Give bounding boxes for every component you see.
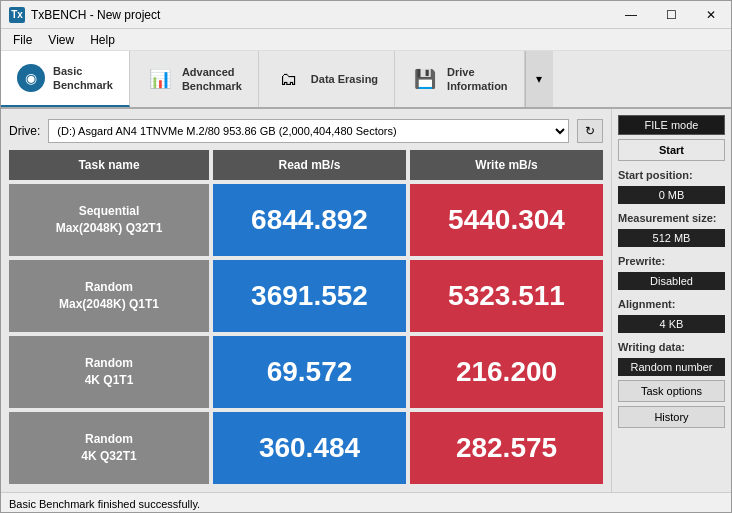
writing-data-value: Random number <box>618 358 725 376</box>
menu-view[interactable]: View <box>40 31 82 49</box>
drive-information-label: DriveInformation <box>447 65 508 94</box>
window-controls: — ☐ ✕ <box>611 1 731 29</box>
row3-name: Random4K Q32T1 <box>9 412 209 484</box>
start-position-value: 0 MB <box>618 186 725 204</box>
title-bar: Tx TxBENCH - New project — ☐ ✕ <box>1 1 731 29</box>
header-task-name: Task name <box>9 150 209 180</box>
table-row: RandomMax(2048K) Q1T1 3691.552 5323.511 <box>9 260 603 332</box>
menu-file[interactable]: File <box>5 31 40 49</box>
row2-write: 216.200 <box>410 336 603 408</box>
app-icon: Tx <box>9 7 25 23</box>
main-panel: Drive: (D:) Asgard AN4 1TNVMe M.2/80 953… <box>1 109 611 492</box>
content-area: Drive: (D:) Asgard AN4 1TNVMe M.2/80 953… <box>1 109 731 492</box>
row1-write: 5323.511 <box>410 260 603 332</box>
benchmark-table: Task name Read mB/s Write mB/s Sequentia… <box>9 150 603 484</box>
row3-read: 360.484 <box>213 412 406 484</box>
menu-help[interactable]: Help <box>82 31 123 49</box>
status-bar: Basic Benchmark finished successfully. <box>1 492 731 513</box>
toolbar-dropdown[interactable]: ▾ <box>525 51 553 107</box>
right-panel: FILE mode Start Start position: 0 MB Mea… <box>611 109 731 492</box>
row3-write: 282.575 <box>410 412 603 484</box>
row1-read: 3691.552 <box>213 260 406 332</box>
advanced-benchmark-label: AdvancedBenchmark <box>182 65 242 94</box>
file-mode-button[interactable]: FILE mode <box>618 115 725 135</box>
start-button[interactable]: Start <box>618 139 725 161</box>
prewrite-value: Disabled <box>618 272 725 290</box>
history-button[interactable]: History <box>618 406 725 428</box>
toolbar-basic-benchmark[interactable]: ◉ BasicBenchmark <box>1 51 130 107</box>
row0-name: SequentialMax(2048K) Q32T1 <box>9 184 209 256</box>
data-erasing-label: Data Erasing <box>311 72 378 86</box>
table-header: Task name Read mB/s Write mB/s <box>9 150 603 180</box>
row2-name: Random4K Q1T1 <box>9 336 209 408</box>
data-erasing-icon: 🗂 <box>275 65 303 93</box>
basic-benchmark-icon: ◉ <box>17 64 45 92</box>
alignment-label: Alignment: <box>618 298 725 310</box>
writing-data-label: Writing data: <box>618 341 725 353</box>
basic-benchmark-label: BasicBenchmark <box>53 64 113 93</box>
table-row: SequentialMax(2048K) Q32T1 6844.892 5440… <box>9 184 603 256</box>
measurement-size-value: 512 MB <box>618 229 725 247</box>
row0-write: 5440.304 <box>410 184 603 256</box>
status-text: Basic Benchmark finished successfully. <box>9 498 200 510</box>
drive-row: Drive: (D:) Asgard AN4 1TNVMe M.2/80 953… <box>9 117 603 144</box>
toolbar-advanced-benchmark[interactable]: 📊 AdvancedBenchmark <box>130 51 259 107</box>
table-row: Random4K Q1T1 69.572 216.200 <box>9 336 603 408</box>
row0-read: 6844.892 <box>213 184 406 256</box>
toolbar-data-erasing[interactable]: 🗂 Data Erasing <box>259 51 395 107</box>
drive-information-icon: 💾 <box>411 65 439 93</box>
toolbar-drive-information[interactable]: 💾 DriveInformation <box>395 51 525 107</box>
measurement-size-label: Measurement size: <box>618 212 725 224</box>
header-write: Write mB/s <box>410 150 603 180</box>
row2-read: 69.572 <box>213 336 406 408</box>
minimize-button[interactable]: — <box>611 1 651 29</box>
prewrite-label: Prewrite: <box>618 255 725 267</box>
drive-refresh-button[interactable]: ↻ <box>577 119 603 143</box>
advanced-benchmark-icon: 📊 <box>146 65 174 93</box>
drive-select[interactable]: (D:) Asgard AN4 1TNVMe M.2/80 953.86 GB … <box>48 119 569 143</box>
start-position-label: Start position: <box>618 169 725 181</box>
header-read: Read mB/s <box>213 150 406 180</box>
row1-name: RandomMax(2048K) Q1T1 <box>9 260 209 332</box>
toolbar: ◉ BasicBenchmark 📊 AdvancedBenchmark 🗂 D… <box>1 51 731 109</box>
task-options-button[interactable]: Task options <box>618 380 725 402</box>
title-text: TxBENCH - New project <box>31 8 160 22</box>
alignment-value: 4 KB <box>618 315 725 333</box>
menu-bar: File View Help <box>1 29 731 51</box>
maximize-button[interactable]: ☐ <box>651 1 691 29</box>
close-button[interactable]: ✕ <box>691 1 731 29</box>
drive-label: Drive: <box>9 124 40 138</box>
table-row: Random4K Q32T1 360.484 282.575 <box>9 412 603 484</box>
